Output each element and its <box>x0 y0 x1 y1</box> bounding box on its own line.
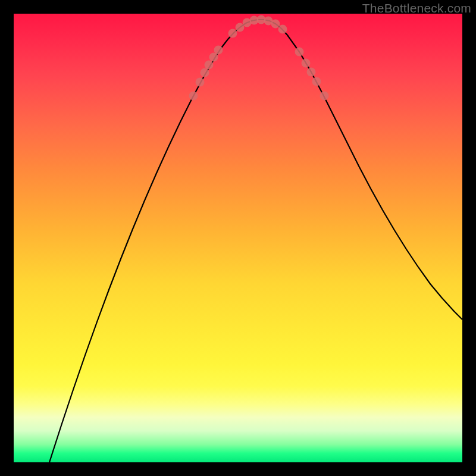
bead-marker <box>271 20 280 29</box>
bead-marker <box>205 61 214 70</box>
bottleneck-chart-svg <box>14 14 462 462</box>
watermark-text: TheBottleneck.com <box>362 1 471 15</box>
bead-marker <box>295 48 304 57</box>
bead-marker <box>312 77 321 86</box>
bottleneck-curve <box>49 20 462 462</box>
bead-group <box>189 15 329 101</box>
bead-marker <box>189 92 198 101</box>
bead-marker <box>214 46 223 55</box>
chart-area <box>14 14 462 462</box>
bead-marker <box>307 68 316 77</box>
bead-marker <box>196 78 205 87</box>
bead-marker <box>201 68 209 77</box>
bead-marker <box>302 59 311 68</box>
bead-marker <box>228 29 237 38</box>
bead-marker <box>278 25 287 34</box>
bead-marker <box>320 92 329 101</box>
